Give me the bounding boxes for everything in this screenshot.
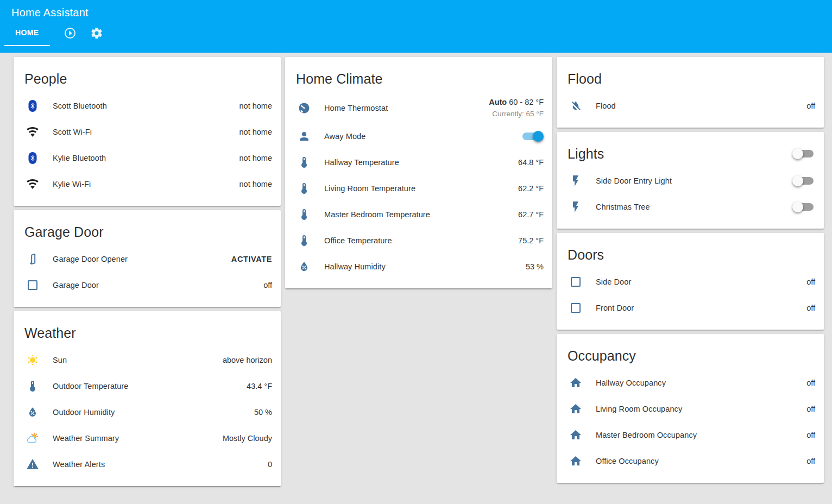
column-2: Home Climate Home Thermostat Auto60 - 82… [285,57,552,288]
entity-row-hallway-occupancy[interactable]: Hallway Occupancy off [557,370,824,396]
entity-row-outdoor-temperature[interactable]: Outdoor Temperature 43.4 °F [14,373,281,399]
card-home-climate: Home Climate Home Thermostat Auto60 - 82… [285,57,552,288]
entity-row-master-bedroom-temperature[interactable]: Master Bedroom Temperature 62.7 °F [285,201,552,228]
wifi-icon [26,178,39,191]
sun-icon [26,354,39,367]
entity-row-home-thermostat[interactable]: Home Thermostat Auto60 - 82 °F Currently… [285,93,552,123]
entity-row-hallway-humidity[interactable]: Hallway Humidity 53 % [285,254,552,280]
thermometer-icon [298,208,311,221]
entity-row-side-door[interactable]: Side Door off [557,269,824,295]
card-garage-door: Garage Door Garage Door Opener ACTIVATE … [14,210,281,307]
entity-name: Hallway Occupancy [596,379,806,387]
activate-button[interactable]: ACTIVATE [231,255,272,263]
entity-state: 75.2 °F [518,236,544,245]
card-title-lights: Lights [568,143,792,165]
entity-row-away-mode[interactable]: Away Mode [285,123,552,149]
entity-name: Scott Bluetooth [53,102,239,110]
entity-row-office-temperature[interactable]: Office Temperature 75.2 °F [285,228,552,254]
door-open-icon [26,253,39,266]
card-flood: Flood Flood off [557,57,824,128]
entity-state: 50 % [254,408,272,417]
entity-row-living-room-temperature[interactable]: Living Room Temperature 62.2 °F [285,175,552,201]
entity-name: Outdoor Temperature [53,382,247,390]
column-1: People Scott Bluetooth not home Scott Wi… [14,57,281,486]
entity-name: Living Room Temperature [324,184,518,193]
entity-state: 62.7 °F [518,210,544,219]
card-lights: Lights Side Door Entry Light Christmas T… [557,132,824,229]
entity-row-weather-summary[interactable]: Weather Summary Mostly Cloudy [14,425,281,451]
entity-row-living-room-occupancy[interactable]: Living Room Occupancy off [557,396,824,422]
card-title-people: People [24,68,272,90]
tab-home-label: HOME [15,28,39,37]
card-people: People Scott Bluetooth not home Scott Wi… [14,57,281,206]
christmas-tree-toggle[interactable] [792,200,815,213]
water-percent-icon [298,260,311,273]
entity-row-front-door[interactable]: Front Door off [557,295,824,321]
thermostat-icon [298,102,311,115]
away-mode-toggle[interactable] [521,130,544,143]
lights-group-toggle[interactable] [792,147,815,160]
card-weather: Weather Sun above horizon Outdoor Temper… [14,311,281,486]
entity-row-office-occupancy[interactable]: Office Occupancy off [557,448,824,474]
entity-row-master-bedroom-occupancy[interactable]: Master Bedroom Occupancy off [557,422,824,448]
thermometer-icon [298,182,311,195]
thermometer-icon [298,234,311,247]
settings-icon[interactable] [90,27,103,40]
water-off-icon [569,99,582,112]
alert-triangle-icon [26,458,39,471]
entity-state: not home [239,128,272,136]
entity-row-flood[interactable]: Flood off [557,93,824,119]
entity-row-sun[interactable]: Sun above horizon [14,347,281,373]
entity-state: off [806,379,815,387]
entity-row-scott-wifi[interactable]: Scott Wi-Fi not home [14,119,281,145]
entity-name: Garage Door Opener [53,255,231,263]
entity-row-outdoor-humidity[interactable]: Outdoor Humidity 50 % [14,399,281,425]
side-door-entry-light-toggle[interactable] [792,174,815,187]
entity-name: Christmas Tree [596,203,792,211]
bluetooth-icon [26,99,39,112]
entity-row-weather-alerts[interactable]: Weather Alerts 0 [14,451,281,477]
entity-state: off [806,102,815,110]
entity-state: off [806,278,815,286]
entity-name: Away Mode [324,132,521,141]
entity-row-garage-door[interactable]: Garage Door off [14,272,281,298]
card-title-flood: Flood [568,68,815,90]
partly-cloudy-icon [26,432,39,445]
entity-row-kylie-bluetooth[interactable]: Kylie Bluetooth not home [14,145,281,171]
entity-row-kylie-wifi[interactable]: Kylie Wi-Fi not home [14,171,281,197]
flash-icon [569,174,582,187]
entity-state: 62.2 °F [518,184,544,193]
tab-home[interactable]: HOME [4,20,50,46]
entity-name: Garage Door [53,281,263,289]
play-circle-icon[interactable] [64,27,77,40]
entity-row-side-door-entry-light[interactable]: Side Door Entry Light [557,168,824,194]
entity-row-scott-bluetooth[interactable]: Scott Bluetooth not home [14,93,281,119]
checkbox-blank-icon [569,275,582,288]
thermometer-icon [298,156,311,169]
checkbox-blank-icon [569,301,582,314]
entity-state: off [806,457,815,465]
entity-name: Office Temperature [324,236,518,245]
entity-state: not home [239,154,272,162]
entity-name: Side Door [596,278,806,286]
dashboard: People Scott Bluetooth not home Scott Wi… [0,53,832,490]
entity-row-christmas-tree[interactable]: Christmas Tree [557,194,824,220]
entity-state: off [806,405,815,413]
entity-name: Scott Wi-Fi [53,128,239,136]
entity-name: Living Room Occupancy [596,405,806,413]
home-icon [569,402,582,415]
entity-name: Hallway Humidity [324,262,526,271]
wifi-icon [26,125,39,138]
bluetooth-icon [26,152,39,165]
home-icon [569,376,582,389]
card-title-occupancy: Occupancy [568,345,815,367]
entity-name: Office Occupancy [596,457,806,465]
entity-row-garage-door-opener[interactable]: Garage Door Opener ACTIVATE [14,246,281,272]
flash-icon [569,200,582,213]
entity-state: above horizon [223,356,272,364]
checkbox-blank-icon [26,279,39,292]
entity-row-hallway-temperature[interactable]: Hallway Temperature 64.8 °F [285,149,552,175]
entity-state: 43.4 °F [247,382,272,390]
thermostat-mode: Auto [489,98,507,106]
entity-name: Flood [596,102,806,110]
